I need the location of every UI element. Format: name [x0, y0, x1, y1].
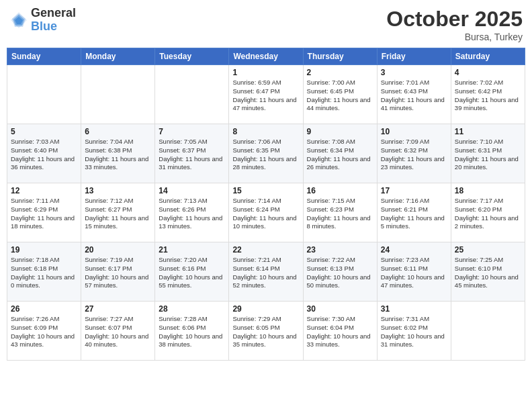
logo-text: General Blue: [31, 7, 76, 34]
day-cell: 8Sunrise: 7:06 AM Sunset: 6:35 PM Daylig…: [229, 124, 303, 183]
day-number: 28: [159, 304, 225, 314]
day-info: Sunrise: 7:11 AM Sunset: 6:29 PM Dayligh…: [11, 197, 77, 231]
day-info: Sunrise: 7:00 AM Sunset: 6:45 PM Dayligh…: [307, 79, 373, 113]
days-header-row: SundayMondayTuesdayWednesdayThursdayFrid…: [7, 48, 525, 65]
day-info: Sunrise: 7:10 AM Sunset: 6:31 PM Dayligh…: [455, 138, 521, 172]
logo-general: General: [31, 7, 76, 20]
day-number: 23: [307, 245, 373, 255]
day-cell: 9Sunrise: 7:08 AM Sunset: 6:34 PM Daylig…: [303, 124, 377, 183]
day-info: Sunrise: 7:17 AM Sunset: 6:20 PM Dayligh…: [455, 197, 521, 231]
day-info: Sunrise: 7:02 AM Sunset: 6:42 PM Dayligh…: [455, 79, 521, 113]
day-cell: 12Sunrise: 7:11 AM Sunset: 6:29 PM Dayli…: [7, 183, 81, 242]
day-info: Sunrise: 7:20 AM Sunset: 6:16 PM Dayligh…: [159, 256, 225, 290]
day-info: Sunrise: 7:19 AM Sunset: 6:17 PM Dayligh…: [85, 256, 151, 290]
day-number: 2: [307, 68, 373, 77]
day-cell: 30Sunrise: 7:30 AM Sunset: 6:04 PM Dayli…: [303, 302, 377, 361]
day-cell: [155, 65, 229, 124]
day-cell: 19Sunrise: 7:18 AM Sunset: 6:18 PM Dayli…: [7, 242, 81, 302]
day-cell: 24Sunrise: 7:23 AM Sunset: 6:11 PM Dayli…: [377, 242, 451, 302]
day-info: Sunrise: 7:16 AM Sunset: 6:21 PM Dayligh…: [381, 197, 447, 231]
day-info: Sunrise: 7:25 AM Sunset: 6:10 PM Dayligh…: [455, 256, 521, 290]
day-number: 19: [11, 245, 77, 255]
col-header-wednesday: Wednesday: [229, 48, 303, 65]
day-info: Sunrise: 7:03 AM Sunset: 6:40 PM Dayligh…: [11, 138, 77, 172]
day-number: 8: [232, 127, 299, 136]
day-number: 17: [381, 186, 447, 195]
day-number: 31: [381, 304, 447, 314]
day-cell: 14Sunrise: 7:13 AM Sunset: 6:26 PM Dayli…: [155, 183, 229, 242]
day-number: 4: [455, 68, 521, 77]
day-number: 11: [455, 127, 521, 136]
day-cell: 29Sunrise: 7:29 AM Sunset: 6:05 PM Dayli…: [229, 302, 303, 361]
week-row-1: 1Sunrise: 6:59 AM Sunset: 6:47 PM Daylig…: [7, 65, 525, 124]
month-title: October 2025: [386, 7, 523, 32]
day-info: Sunrise: 7:09 AM Sunset: 6:32 PM Dayligh…: [381, 138, 447, 172]
day-number: 3: [381, 68, 447, 77]
day-cell: 27Sunrise: 7:27 AM Sunset: 6:07 PM Dayli…: [81, 302, 155, 361]
day-cell: 18Sunrise: 7:17 AM Sunset: 6:20 PM Dayli…: [451, 183, 525, 242]
title-block: October 2025 Bursa, Turkey: [386, 7, 523, 42]
day-info: Sunrise: 7:05 AM Sunset: 6:37 PM Dayligh…: [159, 138, 225, 172]
day-info: Sunrise: 7:28 AM Sunset: 6:06 PM Dayligh…: [159, 315, 225, 349]
day-number: 26: [11, 304, 77, 314]
logo-blue: Blue: [31, 20, 76, 34]
col-header-thursday: Thursday: [303, 48, 377, 65]
week-row-5: 26Sunrise: 7:26 AM Sunset: 6:09 PM Dayli…: [7, 302, 525, 361]
day-number: 30: [307, 304, 373, 314]
day-info: Sunrise: 7:06 AM Sunset: 6:35 PM Dayligh…: [232, 138, 299, 172]
day-cell: 17Sunrise: 7:16 AM Sunset: 6:21 PM Dayli…: [377, 183, 451, 242]
day-number: 25: [455, 245, 521, 255]
page-header: General Blue October 2025 Bursa, Turkey: [7, 7, 525, 42]
day-info: Sunrise: 7:14 AM Sunset: 6:24 PM Dayligh…: [232, 197, 299, 231]
day-info: Sunrise: 7:21 AM Sunset: 6:14 PM Dayligh…: [232, 256, 299, 290]
day-info: Sunrise: 7:22 AM Sunset: 6:13 PM Dayligh…: [307, 256, 373, 290]
day-cell: 25Sunrise: 7:25 AM Sunset: 6:10 PM Dayli…: [451, 242, 525, 302]
day-number: 12: [11, 186, 77, 195]
week-row-3: 12Sunrise: 7:11 AM Sunset: 6:29 PM Dayli…: [7, 183, 525, 242]
day-number: 16: [307, 186, 373, 195]
day-number: 18: [455, 186, 521, 195]
col-header-friday: Friday: [377, 48, 451, 65]
day-info: Sunrise: 7:18 AM Sunset: 6:18 PM Dayligh…: [11, 256, 77, 290]
day-cell: 1Sunrise: 6:59 AM Sunset: 6:47 PM Daylig…: [229, 65, 303, 124]
col-header-monday: Monday: [81, 48, 155, 65]
day-number: 29: [232, 304, 299, 314]
day-number: 10: [381, 127, 447, 136]
day-number: 15: [232, 186, 299, 195]
week-row-2: 5Sunrise: 7:03 AM Sunset: 6:40 PM Daylig…: [7, 124, 525, 183]
day-info: Sunrise: 7:23 AM Sunset: 6:11 PM Dayligh…: [381, 256, 447, 290]
day-cell: 23Sunrise: 7:22 AM Sunset: 6:13 PM Dayli…: [303, 242, 377, 302]
day-number: 5: [11, 127, 77, 136]
day-number: 21: [159, 245, 225, 255]
col-header-sunday: Sunday: [7, 48, 81, 65]
day-cell: 20Sunrise: 7:19 AM Sunset: 6:17 PM Dayli…: [81, 242, 155, 302]
logo-icon: [9, 11, 28, 30]
day-info: Sunrise: 7:30 AM Sunset: 6:04 PM Dayligh…: [307, 315, 373, 349]
day-cell: 26Sunrise: 7:26 AM Sunset: 6:09 PM Dayli…: [7, 302, 81, 361]
col-header-saturday: Saturday: [451, 48, 525, 65]
day-cell: 11Sunrise: 7:10 AM Sunset: 6:31 PM Dayli…: [451, 124, 525, 183]
day-cell: 31Sunrise: 7:31 AM Sunset: 6:02 PM Dayli…: [377, 302, 451, 361]
day-cell: 22Sunrise: 7:21 AM Sunset: 6:14 PM Dayli…: [229, 242, 303, 302]
day-number: 7: [159, 127, 225, 136]
day-info: Sunrise: 7:04 AM Sunset: 6:38 PM Dayligh…: [85, 138, 151, 172]
day-cell: 16Sunrise: 7:15 AM Sunset: 6:23 PM Dayli…: [303, 183, 377, 242]
day-number: 27: [85, 304, 151, 314]
calendar: SundayMondayTuesdayWednesdayThursdayFrid…: [7, 48, 525, 361]
day-info: Sunrise: 7:01 AM Sunset: 6:43 PM Dayligh…: [381, 79, 447, 113]
day-cell: [81, 65, 155, 124]
day-cell: 28Sunrise: 7:28 AM Sunset: 6:06 PM Dayli…: [155, 302, 229, 361]
day-number: 20: [85, 245, 151, 255]
day-cell: 4Sunrise: 7:02 AM Sunset: 6:42 PM Daylig…: [451, 65, 525, 124]
day-info: Sunrise: 7:27 AM Sunset: 6:07 PM Dayligh…: [85, 315, 151, 349]
day-info: Sunrise: 7:08 AM Sunset: 6:34 PM Dayligh…: [307, 138, 373, 172]
day-info: Sunrise: 7:29 AM Sunset: 6:05 PM Dayligh…: [232, 315, 299, 349]
day-number: 22: [232, 245, 299, 255]
day-number: 6: [85, 127, 151, 136]
day-cell: 5Sunrise: 7:03 AM Sunset: 6:40 PM Daylig…: [7, 124, 81, 183]
day-number: 9: [307, 127, 373, 136]
day-cell: 13Sunrise: 7:12 AM Sunset: 6:27 PM Dayli…: [81, 183, 155, 242]
day-number: 13: [85, 186, 151, 195]
day-cell: 10Sunrise: 7:09 AM Sunset: 6:32 PM Dayli…: [377, 124, 451, 183]
day-info: Sunrise: 7:26 AM Sunset: 6:09 PM Dayligh…: [11, 315, 77, 349]
